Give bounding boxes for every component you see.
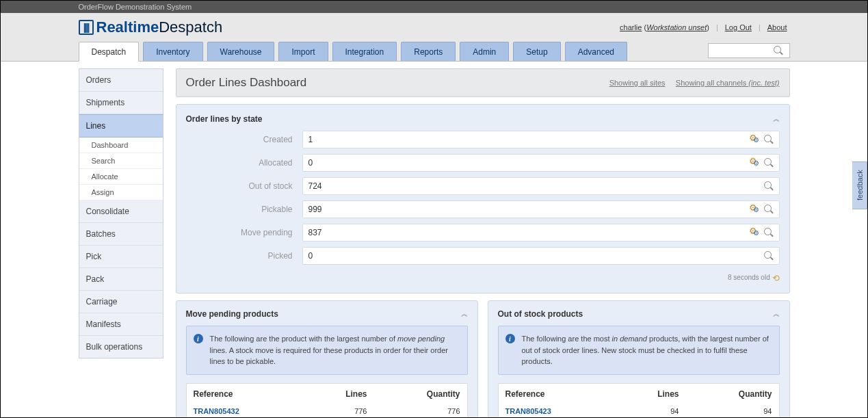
out-of-stock-table: Reference Lines Quantity TRAN805423 94 9… xyxy=(498,383,780,419)
workstation-link[interactable]: Workstation unset xyxy=(646,23,707,31)
user-link[interactable]: charlie xyxy=(620,23,642,31)
state-value: 0 xyxy=(308,158,313,168)
global-search xyxy=(708,43,790,58)
tab-admin[interactable]: Admin xyxy=(460,42,509,61)
col-quantity: Quantity xyxy=(373,383,467,404)
sidenav-batches[interactable]: Batches xyxy=(79,223,163,246)
search-icon[interactable] xyxy=(764,135,774,144)
col-reference: Reference xyxy=(186,383,304,404)
state-label: Allocated xyxy=(186,158,302,168)
sidenav-lines-search[interactable]: Search xyxy=(79,153,163,169)
move-pending-table: Reference Lines Quantity TRAN805432 776 … xyxy=(186,383,468,419)
logout-link[interactable]: Log Out xyxy=(725,23,752,31)
sidenav-consolidate[interactable]: Consolidate xyxy=(79,200,163,223)
move-pending-info: i The following are the product with the… xyxy=(186,326,468,375)
table-row: TRAN805432 776 776 xyxy=(186,404,467,418)
move-pending-panel: Move pending products ︽ i The following … xyxy=(176,300,478,418)
state-bar: 1 xyxy=(302,131,780,148)
out-of-stock-panel: Out of stock products ︽ i The following … xyxy=(488,300,790,418)
sidenav-lines-dashboard[interactable]: Dashboard xyxy=(79,138,163,153)
search-icon[interactable] xyxy=(764,251,774,261)
sidenav-pack[interactable]: Pack xyxy=(79,268,163,291)
state-bar: 999 xyxy=(302,200,780,218)
feedback-tab[interactable]: feedback xyxy=(852,161,867,209)
logo[interactable]: |||| RealtimeDespatch xyxy=(79,18,223,36)
state-row: Picked0 xyxy=(186,247,780,265)
state-bar: 837 xyxy=(302,224,780,241)
tab-integration[interactable]: Integration xyxy=(332,42,397,61)
gear-icon[interactable] xyxy=(749,157,760,168)
panel-footer: 8 seconds old ⟲ xyxy=(186,270,780,283)
tab-setup[interactable]: Setup xyxy=(513,42,560,61)
sidenav-bulk[interactable]: Bulk operations xyxy=(79,336,163,358)
states-panel-title: Order lines by state xyxy=(186,114,263,124)
state-value: 837 xyxy=(308,228,322,237)
state-row: Move pending837 xyxy=(186,224,780,241)
ref-link[interactable]: TRAN805423 xyxy=(505,407,551,415)
state-row: Out of stock724 xyxy=(186,177,780,195)
state-row: Created1 xyxy=(186,131,780,148)
state-bar: 724 xyxy=(302,177,780,195)
about-link[interactable]: About xyxy=(767,23,787,31)
tab-reports[interactable]: Reports xyxy=(401,42,456,61)
search-icon[interactable] xyxy=(764,228,774,237)
state-bar: 0 xyxy=(302,247,780,265)
state-bar: 0 xyxy=(302,154,780,172)
sidenav-manifests[interactable]: Manifests xyxy=(79,313,163,336)
state-value: 1 xyxy=(308,135,313,144)
collapse-icon[interactable]: ︽ xyxy=(773,114,780,124)
sidenav-carriage[interactable]: Carriage xyxy=(79,291,163,313)
search-icon[interactable] xyxy=(774,46,783,55)
page-filters: Showing all sites Showing all channels (… xyxy=(609,79,780,87)
col-lines: Lines xyxy=(304,383,373,404)
search-icon[interactable] xyxy=(764,205,774,214)
search-input[interactable] xyxy=(709,45,774,56)
content: Order Lines Dashboard Showing all sites … xyxy=(176,68,790,418)
gear-icon[interactable] xyxy=(749,134,760,145)
state-label: Move pending xyxy=(186,228,302,237)
state-value: 724 xyxy=(308,181,322,191)
age-text: 8 seconds old xyxy=(728,274,770,281)
state-value: 999 xyxy=(308,205,322,214)
filter-channels[interactable]: Showing all channels (inc. test) xyxy=(676,79,780,87)
page-header: Order Lines Dashboard Showing all sites … xyxy=(176,68,790,97)
collapse-icon[interactable]: ︽ xyxy=(461,309,468,319)
state-label: Picked xyxy=(186,251,302,261)
tab-inventory[interactable]: Inventory xyxy=(143,42,202,61)
state-row: Pickable999 xyxy=(186,200,780,218)
collapse-icon[interactable]: ︽ xyxy=(773,309,780,319)
state-label: Pickable xyxy=(186,205,302,214)
sidenav-lines-assign[interactable]: Assign xyxy=(79,185,163,200)
logo-icon: |||| xyxy=(79,20,94,35)
info-icon: i xyxy=(194,334,203,343)
out-of-stock-info: i The following are the most in demand p… xyxy=(498,326,780,375)
move-pending-title: Move pending products xyxy=(186,309,278,319)
gear-icon[interactable] xyxy=(749,204,760,215)
gear-icon[interactable] xyxy=(749,227,760,238)
tab-despatch[interactable]: Despatch xyxy=(79,42,140,62)
state-row: Allocated0 xyxy=(186,154,780,172)
search-icon[interactable] xyxy=(764,158,774,168)
search-icon[interactable] xyxy=(764,181,774,191)
main-tabs: Despatch Inventory Warehouse Import Inte… xyxy=(79,36,790,61)
state-label: Created xyxy=(186,135,302,144)
tab-advanced[interactable]: Advanced xyxy=(565,42,627,61)
header: |||| RealtimeDespatch charlie (Workstati… xyxy=(1,13,867,62)
states-panel: Order lines by state ︽ Created1Allocated… xyxy=(176,104,790,293)
state-value: 0 xyxy=(308,251,313,261)
user-links: charlie (Workstation unset) | Log Out | … xyxy=(620,23,789,31)
sidenav-pick[interactable]: Pick xyxy=(79,246,163,268)
state-label: Out of stock xyxy=(186,181,302,191)
system-bar: OrderFlow Demonstration System xyxy=(1,1,867,13)
tab-import[interactable]: Import xyxy=(278,42,328,61)
refresh-icon[interactable]: ⟲ xyxy=(772,273,780,283)
sidenav-shipments[interactable]: Shipments xyxy=(79,92,163,114)
sidenav-lines-allocate[interactable]: Allocate xyxy=(79,169,163,185)
sidenav-orders[interactable]: Orders xyxy=(79,69,163,92)
side-nav: Orders Shipments Lines Dashboard Search … xyxy=(79,68,163,358)
filter-sites[interactable]: Showing all sites xyxy=(609,79,666,87)
sidenav-lines[interactable]: Lines xyxy=(79,114,163,138)
col-quantity: Quantity xyxy=(685,383,779,404)
ref-link[interactable]: TRAN805432 xyxy=(194,407,239,415)
tab-warehouse[interactable]: Warehouse xyxy=(207,42,275,61)
